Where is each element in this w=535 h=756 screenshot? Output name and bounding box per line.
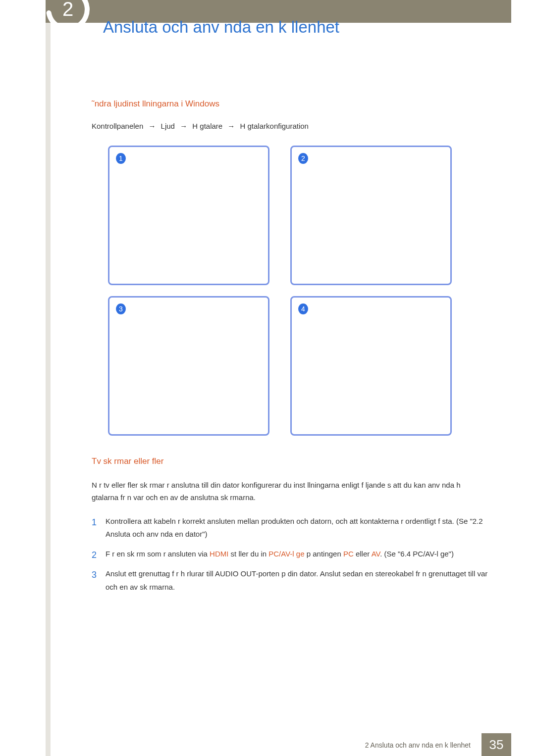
page-title: Ansluta och anv nda en k llenhet <box>103 18 339 37</box>
arrow-icon: → <box>148 122 156 130</box>
step-number: 2 <box>92 548 97 563</box>
section-heading-2: Tv sk rmar eller fler <box>92 456 488 466</box>
arrow-icon: → <box>180 122 187 130</box>
panels-area: 1 2 3 4 <box>108 146 475 447</box>
panel-1: 1 <box>108 146 269 285</box>
svg-text:2: 2 <box>301 154 305 162</box>
highlight: AV <box>372 550 380 558</box>
arrow-icon: → <box>227 122 235 130</box>
section-2: Tv sk rmar eller fler N r tv eller fler … <box>92 456 488 601</box>
panel-2: 2 <box>290 146 452 285</box>
step-text: eller <box>354 550 372 558</box>
steps-list: 1Kontrollera att kabeln r korrekt anslut… <box>92 515 488 594</box>
panel-3: 3 <box>108 296 269 436</box>
step-text: Anslut ett grenuttag f r h rlurar till A… <box>106 569 487 591</box>
step-number: 1 <box>92 515 97 531</box>
step: 1Kontrollera att kabeln r korrekt anslut… <box>92 515 488 541</box>
step-text: st ller du in <box>228 550 268 558</box>
breadcrumb-item: H gtalare <box>192 122 222 130</box>
svg-text:3: 3 <box>119 305 123 313</box>
svg-text:1: 1 <box>119 154 123 162</box>
chapter-badge: 2 <box>46 0 90 32</box>
panel-badge-2: 2 <box>298 153 309 164</box>
panel-badge-1: 1 <box>115 153 126 164</box>
step-number: 3 <box>92 567 97 583</box>
step-text: p antingen <box>305 550 343 558</box>
breadcrumbs: Kontrollpanelen → Ljud → H gtalare → H g… <box>92 122 488 130</box>
step: 2F r en sk rm som r ansluten via HDMI st… <box>92 548 488 560</box>
section-heading-1: ˜ndra ljudinst llningarna i Windows <box>92 99 488 109</box>
section-1: ˜ndra ljudinst llningarna i Windows Kont… <box>92 99 488 145</box>
panel-badge-4: 4 <box>298 303 309 314</box>
footer: 2 Ansluta och anv nda en k llenhet 35 <box>0 733 535 756</box>
step-text: . (Se "6.4 PC/AV-l ge") <box>380 550 454 558</box>
highlight: PC <box>343 550 354 558</box>
chapter-number: 2 <box>62 0 73 20</box>
section-intro: N r tv eller fler sk rmar r anslutna til… <box>92 479 488 504</box>
panel-row: 1 2 <box>108 146 475 285</box>
page: 2 Ansluta och anv nda en k llenhet ˜ndra… <box>0 0 535 756</box>
breadcrumb-item: H gtalarkonfiguration <box>240 122 309 130</box>
svg-text:4: 4 <box>301 305 305 313</box>
step-text: Kontrollera att kabeln r korrekt anslute… <box>106 517 483 538</box>
highlight: PC/AV-l ge <box>268 550 304 558</box>
panel-row: 3 4 <box>108 296 475 436</box>
breadcrumb-item: Kontrollpanelen <box>92 122 143 130</box>
panel-4: 4 <box>290 296 452 436</box>
footer-chapter-label: 2 Ansluta och anv nda en k llenhet <box>365 741 471 749</box>
step: 3Anslut ett grenuttag f r h rlurar till … <box>92 567 488 594</box>
page-number: 35 <box>482 733 511 756</box>
left-margin-bar <box>46 0 51 756</box>
breadcrumb-item: Ljud <box>161 122 175 130</box>
panel-badge-3: 3 <box>115 303 126 314</box>
highlight: HDMI <box>210 550 228 558</box>
step-text: F r en sk rm som r ansluten via <box>106 550 210 558</box>
